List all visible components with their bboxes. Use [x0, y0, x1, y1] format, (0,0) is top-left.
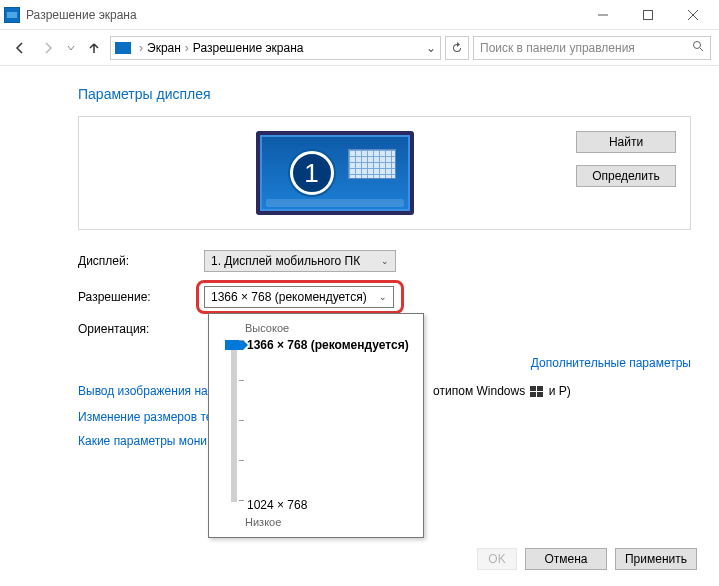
recent-dropdown[interactable] [64, 36, 78, 60]
slider-thumb[interactable] [225, 340, 243, 350]
orientation-label: Ориентация: [78, 322, 204, 336]
monitor-preview[interactable]: 1 [256, 131, 414, 215]
advanced-settings-link[interactable]: Дополнительные параметры [531, 356, 691, 370]
project-suffix-a: отипом Windows [433, 384, 525, 398]
breadcrumb-part[interactable]: Экран [147, 41, 181, 55]
display-value: 1. Дисплей мобильного ПК [211, 254, 360, 268]
detect-button[interactable]: Определить [576, 165, 676, 187]
project-suffix-b: и P) [549, 384, 571, 398]
display-label: Дисплей: [78, 254, 204, 268]
cancel-button[interactable]: Отмена [525, 548, 607, 570]
resolution-option-recommended[interactable]: 1366 × 768 (рекомендуется) [247, 336, 409, 354]
search-icon[interactable] [692, 40, 704, 55]
svg-rect-1 [643, 10, 652, 19]
breadcrumb[interactable]: › Экран › Разрешение экрана ⌄ [110, 36, 441, 60]
resolution-row: Разрешение: 1366 × 768 (рекомендуется) ⌄ [78, 286, 691, 308]
apply-button[interactable]: Применить [615, 548, 697, 570]
resolution-value: 1366 × 768 (рекомендуется) [211, 290, 367, 304]
windows-logo-icon [530, 386, 543, 397]
ok-button[interactable]: OK [477, 548, 517, 570]
find-button[interactable]: Найти [576, 131, 676, 153]
project-link[interactable]: Вывод изображения на [78, 384, 208, 398]
monitor-number-badge: 1 [290, 151, 334, 195]
app-icon [4, 7, 20, 23]
maximize-button[interactable] [625, 1, 670, 29]
resolution-option-low[interactable]: 1024 × 768 [247, 496, 409, 514]
chevron-right-icon: › [139, 41, 143, 55]
nav-bar: › Экран › Разрешение экрана ⌄ Поиск в па… [0, 30, 719, 66]
popup-low-label: Низкое [245, 516, 411, 528]
refresh-button[interactable] [445, 36, 469, 60]
dialog-buttons: OK Отмена Применить [477, 548, 697, 570]
resolution-label: Разрешение: [78, 290, 204, 304]
back-button[interactable] [8, 36, 32, 60]
display-dropdown[interactable]: 1. Дисплей мобильного ПК ⌄ [204, 250, 396, 272]
monitor-preview-panel: 1 Найти Определить [78, 116, 691, 230]
display-icon [115, 42, 131, 54]
resolution-popup: Высокое 1366 × 768 (рекомендуется) 1024 … [208, 313, 424, 538]
up-button[interactable] [82, 36, 106, 60]
monitor-taskbar-icon [266, 199, 404, 207]
chevron-right-icon: › [185, 41, 189, 55]
chevron-down-icon: ⌄ [381, 256, 389, 266]
resolution-dropdown[interactable]: 1366 × 768 (рекомендуется) ⌄ [204, 286, 394, 308]
search-input[interactable]: Поиск в панели управления [473, 36, 711, 60]
monitor-grid-icon [348, 149, 396, 179]
chevron-down-icon[interactable]: ⌄ [426, 41, 436, 55]
window-titlebar: Разрешение экрана [0, 0, 719, 30]
close-button[interactable] [670, 1, 715, 29]
search-placeholder: Поиск в панели управления [480, 41, 635, 55]
window-title: Разрешение экрана [26, 8, 580, 22]
forward-button[interactable] [36, 36, 60, 60]
resolution-slider[interactable] [231, 340, 237, 502]
display-row: Дисплей: 1. Дисплей мобильного ПК ⌄ [78, 250, 691, 272]
popup-high-label: Высокое [245, 322, 411, 334]
svg-line-5 [700, 48, 703, 51]
page-title: Параметры дисплея [78, 86, 691, 102]
chevron-down-icon: ⌄ [379, 292, 387, 302]
breadcrumb-part[interactable]: Разрешение экрана [193, 41, 304, 55]
svg-point-4 [694, 42, 701, 49]
minimize-button[interactable] [580, 1, 625, 29]
